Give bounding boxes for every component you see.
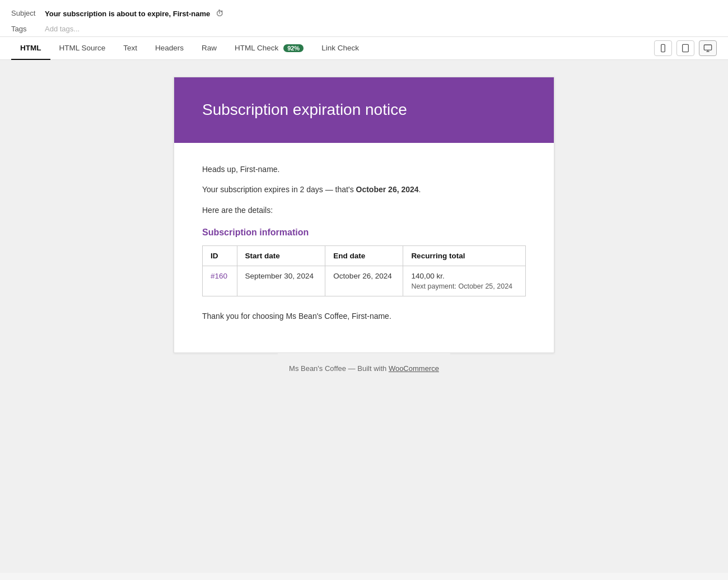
- table-header-row: ID Start date End date Recurring total: [203, 246, 526, 266]
- expiry-date: October 26, 2024: [356, 185, 419, 194]
- woocommerce-link[interactable]: WooCommerce: [389, 364, 439, 373]
- html-check-badge: 92%: [283, 44, 304, 52]
- col-recurring-total: Recurring total: [403, 246, 526, 266]
- table-cell-recurring-total: 140,00 kr. Next payment: October 25, 202…: [403, 266, 526, 296]
- greeting-paragraph: Heads up, First-name.: [202, 163, 526, 175]
- clock-icon: ⏱: [216, 9, 223, 18]
- tags-row: Tags Add tags...: [11, 21, 717, 36]
- svg-rect-4: [704, 45, 711, 50]
- subscription-table: ID Start date End date Recurring total #…: [202, 245, 526, 296]
- main-content: Subscription expiration notice Heads up,…: [0, 60, 728, 573]
- email-preview: Subscription expiration notice Heads up,…: [174, 77, 554, 353]
- section-heading: Subscription information: [202, 228, 526, 238]
- email-body: Heads up, First-name. Your subscription …: [174, 143, 554, 353]
- tab-raw[interactable]: Raw: [193, 37, 226, 60]
- table-row: #160 September 30, 2024 October 26, 2024…: [203, 266, 526, 296]
- subject-text: Your subscription is about to expire, Fi…: [45, 10, 210, 18]
- subject-row: Subject Your subscription is about to ex…: [11, 6, 717, 21]
- col-end-date: End date: [325, 246, 403, 266]
- mobile-view-button[interactable]: [654, 40, 672, 56]
- tab-html-check[interactable]: HTML Check 92%: [226, 37, 312, 60]
- tab-bar: HTML HTML Source Text Headers Raw HTML C…: [0, 37, 728, 60]
- expiry-pre: Your subscription expires in 2 days — th…: [202, 185, 356, 194]
- email-header-title: Subscription expiration notice: [202, 100, 526, 120]
- thank-you-paragraph: Thank you for choosing Ms Bean's Coffee,…: [202, 310, 526, 322]
- subscription-id-link[interactable]: #160: [211, 272, 227, 280]
- next-payment-text: Next payment: October 25, 2024: [411, 282, 517, 290]
- email-footer: Ms Bean's Coffee — Built with WooCommerc…: [278, 353, 450, 384]
- col-id: ID: [203, 246, 237, 266]
- table-cell-end-date: October 26, 2024: [325, 266, 403, 296]
- tab-html[interactable]: HTML: [11, 37, 50, 60]
- recurring-amount: 140,00 kr.: [411, 272, 444, 280]
- tab-headers[interactable]: Headers: [146, 37, 193, 60]
- table-cell-start-date: September 30, 2024: [237, 266, 325, 296]
- tablet-view-button[interactable]: [676, 40, 694, 56]
- meta-area: Subject Your subscription is about to ex…: [0, 0, 728, 37]
- subject-label: Subject: [11, 9, 45, 17]
- tab-html-source[interactable]: HTML Source: [50, 37, 115, 60]
- col-start-date: Start date: [237, 246, 325, 266]
- tab-link-check[interactable]: Link Check: [312, 37, 368, 60]
- view-buttons: [654, 40, 717, 56]
- table-cell-id: #160: [203, 266, 237, 296]
- tags-label: Tags: [11, 25, 45, 33]
- tags-value[interactable]: Add tags...: [45, 25, 717, 33]
- subject-value: Your subscription is about to expire, Fi…: [45, 9, 717, 18]
- tabs-left: HTML HTML Source Text Headers Raw HTML C…: [11, 37, 654, 59]
- details-paragraph: Here are the details:: [202, 204, 526, 216]
- footer-text-pre: Ms Bean's Coffee — Built with: [289, 364, 389, 373]
- tab-text[interactable]: Text: [114, 37, 146, 60]
- expiry-paragraph: Your subscription expires in 2 days — th…: [202, 183, 526, 196]
- email-header: Subscription expiration notice: [174, 77, 554, 142]
- desktop-view-button[interactable]: [699, 40, 717, 56]
- expiry-post: .: [419, 185, 421, 194]
